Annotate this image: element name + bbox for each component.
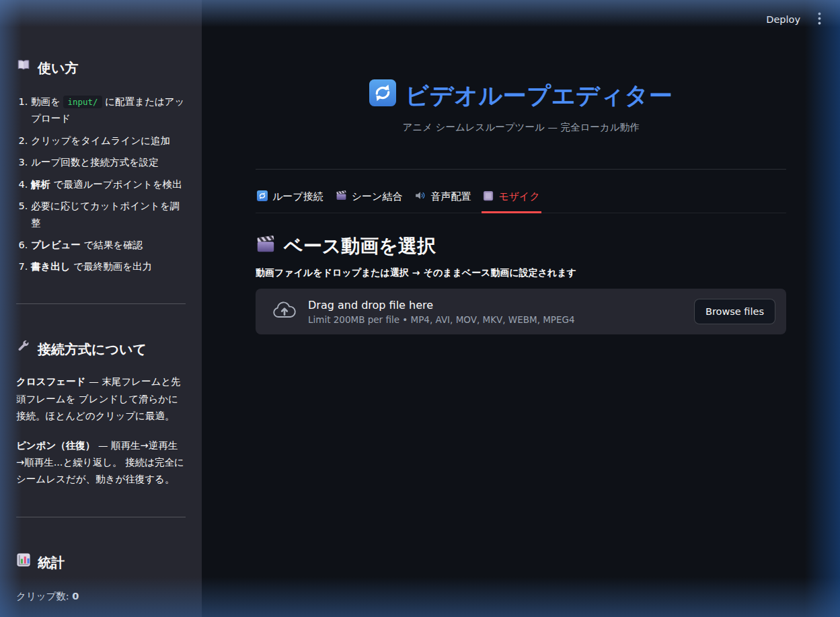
connection-title-text: 接続方式について xyxy=(38,338,147,361)
deploy-button[interactable]: Deploy xyxy=(766,14,800,25)
section-title: ベース動画を選択 xyxy=(256,233,786,259)
uploader-limits: Limit 200MB per file • MP4, AVI, MOV, MK… xyxy=(308,314,575,325)
page-title-text: ビデオループエディター xyxy=(406,80,673,112)
uploader-text-block: Drag and drop file here Limit 200MB per … xyxy=(308,299,575,325)
usage-step: 書き出し で最終動画を出力 xyxy=(31,258,186,275)
code-chip: input/ xyxy=(63,96,102,108)
page-title: ビデオループエディター xyxy=(256,79,786,112)
loop-arrows-icon xyxy=(369,79,396,112)
stats-section-title: 統計 xyxy=(16,551,186,575)
loop-arrows-icon xyxy=(257,190,268,204)
kebab-menu-icon[interactable] xyxy=(815,11,824,28)
main-area: Deploy xyxy=(202,0,840,617)
usage-steps-list: 動画を input/ に配置またはアップロード クリップをタイムラインに追加 ル… xyxy=(16,94,186,275)
page-content: ビデオループエディター アニメ シームレスループツール — 完全ローカル動作 ル… xyxy=(256,0,786,334)
bar-chart-icon xyxy=(16,551,31,575)
usage-step: 必要に応じてカットポイントを調整 xyxy=(31,198,186,232)
tab-label: 音声配置 xyxy=(430,190,471,203)
tab-label: ループ接続 xyxy=(272,190,323,203)
tab-label: モザイク xyxy=(498,190,539,203)
sidebar-divider xyxy=(16,517,186,517)
book-icon xyxy=(16,57,31,80)
connection-section-title: 接続方式について xyxy=(16,338,186,361)
connection-paragraph: ピンポン（往復） — 順再生→逆再生→順再生...と繰り返し。 接続は完全にシー… xyxy=(16,437,186,488)
purple-square-icon xyxy=(483,190,494,204)
app-toolbar: Deploy xyxy=(766,11,824,28)
clapperboard-icon xyxy=(336,190,347,204)
section-title-text: ベース動画を選択 xyxy=(284,233,436,259)
speaker-icon xyxy=(414,190,426,204)
connection-paragraph: クロスフェード — 末尾フレームと先頭フレームを ブレンドして滑らかに接続。ほと… xyxy=(16,373,186,425)
tab-label: シーン結合 xyxy=(352,190,403,203)
content-divider xyxy=(256,169,786,170)
file-uploader-dropzone[interactable]: Drag and drop file here Limit 200MB per … xyxy=(256,289,786,334)
clip-count-value: 0 xyxy=(72,591,79,602)
page-subtitle: アニメ シームレスループツール — 完全ローカル動作 xyxy=(256,121,786,134)
tab-scene-merge[interactable]: シーン結合 xyxy=(334,184,404,213)
stats-title-text: 統計 xyxy=(38,551,65,575)
clip-count: クリップ数: 0 xyxy=(16,588,186,605)
tab-mosaic[interactable]: モザイク xyxy=(482,184,541,213)
usage-step: ループ回数と接続方式を設定 xyxy=(31,154,186,171)
tab-audio-placement[interactable]: 音声配置 xyxy=(413,184,472,213)
sidebar-divider xyxy=(16,303,186,304)
clapperboard-icon xyxy=(256,234,276,259)
usage-step: 動画を input/ に配置またはアップロード xyxy=(31,94,186,128)
sidebar: 使い方 動画を input/ に配置またはアップロード クリップをタイムラインに… xyxy=(0,0,202,617)
tab-bar: ループ接続 xyxy=(256,184,786,213)
uploader-instructions: Drag and drop file here xyxy=(308,299,575,312)
cloud-upload-icon xyxy=(272,300,297,323)
section-caption: 動画ファイルをドロップまたは選択 → そのままベース動画に設定されます xyxy=(256,267,786,279)
usage-step: クリップをタイムラインに追加 xyxy=(31,133,186,149)
wrench-icon xyxy=(16,338,31,361)
usage-title-text: 使い方 xyxy=(38,57,78,80)
usage-step: 解析 で最適ループポイントを検出 xyxy=(31,176,186,193)
usage-step: プレビュー で結果を確認 xyxy=(31,237,186,254)
tab-loop-connect[interactable]: ループ接続 xyxy=(256,184,325,213)
browse-files-button[interactable]: Browse files xyxy=(694,299,775,324)
usage-section-title: 使い方 xyxy=(16,57,186,80)
